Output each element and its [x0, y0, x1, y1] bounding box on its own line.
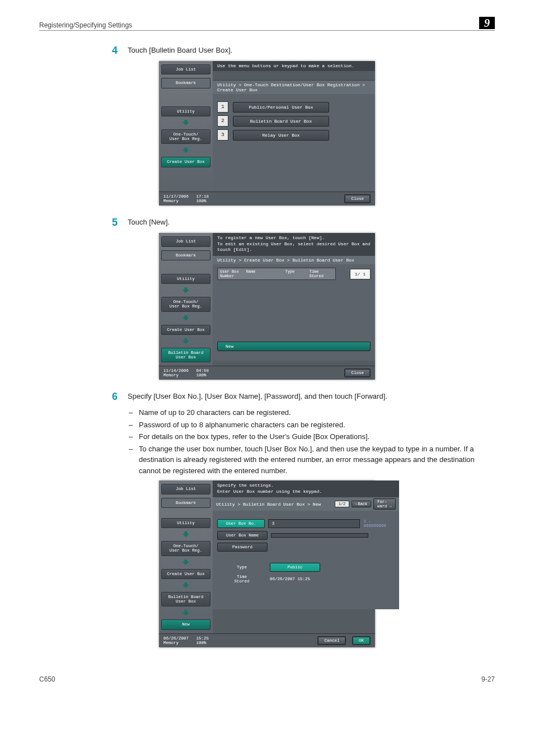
close-button[interactable]: Close — [344, 368, 371, 377]
relay-user-box-button[interactable]: Relay User Box — [233, 130, 329, 141]
close-button[interactable]: Close — [344, 194, 371, 203]
step-text: Specify [User Box No.], [User Box Name],… — [128, 391, 387, 403]
new-button[interactable]: New — [217, 342, 371, 351]
job-list-button[interactable]: Job List — [161, 236, 210, 246]
back-button[interactable]: ←Back — [352, 501, 371, 507]
arrow-down-icon — [159, 314, 213, 323]
bulletin-board-breadcrumb[interactable]: Bulletin Board User Box — [161, 348, 210, 363]
bullet-text: For details on the box types, refer to t… — [139, 431, 369, 442]
create-user-box-button[interactable]: Create User Box — [161, 569, 210, 579]
arrow-down-icon — [159, 609, 213, 617]
arrow-down-icon — [159, 119, 213, 127]
password-button[interactable]: Password — [217, 543, 268, 552]
step-number: 5 — [95, 217, 118, 228]
new-breadcrumb[interactable]: New — [161, 619, 210, 629]
create-user-box-button[interactable]: Create User Box — [161, 157, 210, 167]
step-text: Touch [Bulletin Board User Box]. — [128, 45, 232, 57]
ok-button[interactable]: OK — [352, 636, 371, 645]
user-box-no-button[interactable]: User Box No. — [217, 519, 265, 528]
job-list-button[interactable]: Job List — [161, 484, 210, 494]
dash-icon: – — [129, 407, 139, 418]
step-text: Touch [New]. — [128, 217, 170, 228]
one-touch-button[interactable]: One-Touch/ User Box Reg. — [161, 129, 210, 144]
page-indicator: 1/ 1 — [350, 269, 371, 279]
bullet-text: To change the user box number, touch [Us… — [139, 444, 495, 477]
time-stored-label: Time Stored — [217, 575, 266, 584]
model-label: C650 — [39, 675, 55, 683]
arrow-down-icon — [159, 146, 213, 155]
job-list-button[interactable]: Job List — [161, 64, 210, 74]
instruction-text: To register a new User Box, touch [New].… — [213, 233, 375, 255]
status-datetime: 11/17/2006 17:18 Memory 100% — [163, 194, 209, 203]
status-datetime: 11/14/2006 04:58 Memory 100% — [163, 368, 209, 377]
arrow-down-icon — [159, 530, 213, 539]
bulletin-board-box-button[interactable]: Bulletin Board User Box — [233, 116, 329, 127]
step-number: 4 — [95, 45, 118, 57]
user-box-name-value[interactable] — [271, 533, 368, 538]
create-user-box-button[interactable]: Create User Box — [161, 325, 210, 335]
public-personal-box-button[interactable]: Public/Personal User Box — [233, 102, 329, 113]
bulletin-board-breadcrumb[interactable]: Bulletin Board User Box — [161, 592, 210, 607]
instruction-text: Use the menu buttons or keypad to make a… — [213, 61, 375, 71]
forward-button[interactable]: For- ward → — [373, 498, 395, 510]
dash-icon: – — [129, 419, 139, 431]
bookmark-button[interactable]: Bookmark — [161, 250, 210, 260]
utility-button[interactable]: Utility — [161, 106, 210, 116]
cancel-button[interactable]: Cancel — [317, 636, 346, 645]
col-name: Name — [244, 268, 283, 279]
option-number: 3 — [217, 129, 228, 141]
page-indicator: 1/2 — [335, 501, 350, 507]
section-title: Registering/Specifying Settings — [39, 21, 132, 29]
range-label: 1 - 999999999 — [363, 519, 394, 528]
breadcrumb: Utility > One-Touch Destination/User Box… — [213, 80, 375, 94]
bookmark-button[interactable]: Bookmark — [161, 78, 210, 88]
user-box-name-button[interactable]: User Box Name — [217, 531, 268, 540]
breadcrumb: Utility > Bulletin Board User Box > New — [216, 502, 321, 507]
page-number: 9-27 — [481, 675, 495, 683]
option-number: 1 — [217, 101, 228, 113]
step-number: 6 — [95, 391, 118, 403]
col-time: Time Stored — [307, 268, 335, 279]
arrow-down-icon — [159, 337, 213, 346]
utility-button[interactable]: Utility — [161, 274, 210, 284]
arrow-down-icon — [159, 286, 213, 295]
dash-icon: – — [129, 431, 139, 442]
status-datetime: 06/26/2007 15:25 Memory 100% — [163, 636, 209, 645]
instruction-text: Specify the settings. Enter User Box num… — [213, 480, 399, 497]
option-number: 2 — [217, 115, 228, 127]
one-touch-button[interactable]: One-Touch/ User Box Reg. — [161, 297, 210, 312]
one-touch-button[interactable]: One-Touch/ User Box Reg. — [161, 541, 210, 556]
user-box-no-value[interactable]: 3 — [268, 519, 360, 528]
dash-icon: – — [129, 444, 139, 477]
bullet-text: Name of up to 20 characters can be regis… — [139, 407, 291, 418]
type-value-button[interactable]: Public — [270, 563, 320, 572]
arrow-down-icon — [159, 558, 213, 567]
type-label: Type — [217, 565, 266, 570]
arrow-down-icon — [159, 581, 213, 590]
bullet-text: Password of up to 8 alphanumeric charact… — [139, 419, 345, 431]
col-type: Type — [283, 268, 307, 279]
chapter-number: 9 — [479, 17, 495, 29]
utility-button[interactable]: Utility — [161, 518, 210, 528]
time-stored-value: 06/26/2007 15:25 — [270, 577, 310, 581]
bookmark-button[interactable]: Bookmark — [161, 498, 210, 508]
col-userbox-no: User Box Number — [218, 268, 244, 279]
breadcrumb: Utility > Create User Box > Bulletin Boa… — [213, 255, 375, 264]
